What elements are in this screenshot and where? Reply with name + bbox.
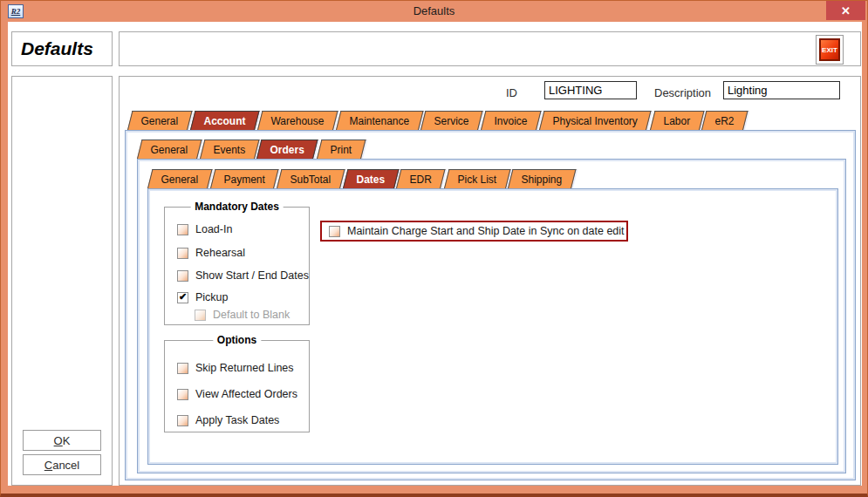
id-label: ID [506, 86, 517, 99]
ok-button-label: OK [24, 434, 100, 447]
checkbox-row-view-affected-orders[interactable]: View Affected Orders [177, 388, 297, 400]
tab-l2-print[interactable]: Print [317, 140, 366, 159]
checkbox-row-pickup[interactable]: Pickup [177, 291, 229, 303]
options-title: Options [213, 334, 261, 346]
default-to-blank-label: Default to Blank [213, 309, 290, 321]
mandatory-dates-title: Mandatory Dates [190, 201, 284, 213]
id-input[interactable] [544, 81, 637, 99]
checkbox-row-skip-returned-lines[interactable]: Skip Returned Lines [177, 362, 294, 374]
tab-row-level2: General Events Orders Print [137, 140, 360, 159]
tab-l1-maintenance[interactable]: Maintenance [336, 111, 423, 130]
tab-l3-pick-list[interactable]: Pick List [444, 169, 510, 188]
exit-button[interactable]: EXIT [819, 38, 840, 61]
cancel-button-label: Cancel [24, 459, 100, 472]
maintain-sync-checkbox[interactable] [329, 226, 340, 237]
load-in-label: Load-In [195, 223, 232, 235]
window-content: Defaults OK Cancel EXIT ID Description G… [8, 22, 862, 486]
tab-l1-er2[interactable]: eR2 [701, 111, 748, 130]
tab-l2-general[interactable]: General [137, 140, 202, 159]
default-to-blank-checkbox [195, 310, 206, 321]
checkbox-row-apply-task-dates[interactable]: Apply Task Dates [177, 414, 279, 426]
tab-l1-invoice[interactable]: Invoice [481, 111, 542, 130]
close-button[interactable]: ✕ [826, 1, 865, 20]
rehearsal-label: Rehearsal [195, 247, 245, 259]
tab-l3-subtotal[interactable]: SubTotal [277, 169, 345, 188]
form-title-box: Defaults [11, 31, 113, 66]
rehearsal-checkbox[interactable] [177, 248, 188, 259]
checkbox-row-default-to-blank: Default to Blank [195, 309, 290, 321]
apply-task-dates-checkbox[interactable] [177, 415, 188, 426]
skip-returned-lines-checkbox[interactable] [177, 363, 188, 374]
dates-tab-panel: Mandatory Dates Load-In Rehearsal [147, 188, 838, 465]
cancel-button[interactable]: Cancel [23, 454, 101, 475]
tab-l1-physical-inventory[interactable]: Physical Inventory [539, 111, 652, 130]
view-affected-orders-checkbox[interactable] [177, 389, 188, 400]
tab-l3-dates[interactable]: Dates [343, 169, 399, 188]
tab-l2-events[interactable]: Events [200, 140, 259, 159]
exit-button-frame: EXIT [816, 35, 844, 65]
tab-l1-account[interactable]: Account [190, 111, 259, 130]
description-input[interactable] [723, 81, 840, 99]
tab-l1-service[interactable]: Service [420, 111, 483, 130]
show-start-end-dates-checkbox[interactable] [177, 270, 188, 282]
sync-option-highlight: Maintain Charge Start and Ship Date in S… [320, 221, 628, 242]
tab-row-level1: General Account Warehouse Maintenance Se… [127, 111, 744, 130]
tab-l2-orders[interactable]: Orders [256, 140, 318, 159]
tab-l3-shipping[interactable]: Shipping [508, 169, 576, 188]
options-group: Options Skip Returned Lines View Affecte… [164, 340, 310, 432]
ok-button[interactable]: OK [23, 430, 101, 451]
tab-l1-labor[interactable]: Labor [650, 111, 704, 130]
tab-l1-general[interactable]: General [127, 111, 192, 130]
maintain-sync-label: Maintain Charge Start and Ship Date in S… [347, 225, 625, 237]
apply-task-dates-label: Apply Task Dates [195, 414, 279, 426]
tab-row-level3: General Payment SubTotal Dates EDR Pick … [147, 169, 571, 188]
tab-l1-warehouse[interactable]: Warehouse [257, 111, 338, 130]
window-title: Defaults [1, 4, 867, 17]
main-panel: ID Description General Account Warehouse… [119, 76, 861, 486]
skip-returned-lines-label: Skip Returned Lines [195, 362, 294, 374]
checkbox-row-rehearsal[interactable]: Rehearsal [177, 247, 245, 259]
view-affected-orders-label: View Affected Orders [195, 388, 297, 400]
tab-l3-general[interactable]: General [147, 169, 212, 188]
checkbox-row-show-dates[interactable]: Show Start / End Dates [177, 269, 309, 282]
titlebar: R2 Defaults ✕ [1, 1, 867, 22]
show-start-end-dates-label: Show Start / End Dates [195, 269, 309, 282]
form-title: Defaults [21, 38, 93, 59]
account-tab-panel: General Events Orders Print General Paym… [125, 130, 856, 480]
description-label: Description [654, 86, 711, 99]
checkbox-row-load-in[interactable]: Load-In [177, 223, 232, 235]
defaults-window: R2 Defaults ✕ Defaults OK Cancel EXIT ID… [0, 0, 868, 497]
sidebar-panel: OK Cancel [11, 76, 113, 486]
tab-l3-edr[interactable]: EDR [396, 169, 446, 188]
mandatory-dates-group: Mandatory Dates Load-In Rehearsal [164, 207, 310, 325]
pickup-label: Pickup [195, 291, 229, 303]
toolbar: EXIT [119, 31, 861, 66]
pickup-checkbox[interactable] [177, 292, 188, 303]
tab-l3-payment[interactable]: Payment [210, 169, 279, 188]
load-in-checkbox[interactable] [177, 224, 188, 235]
orders-tab-panel: General Payment SubTotal Dates EDR Pick … [137, 159, 846, 473]
